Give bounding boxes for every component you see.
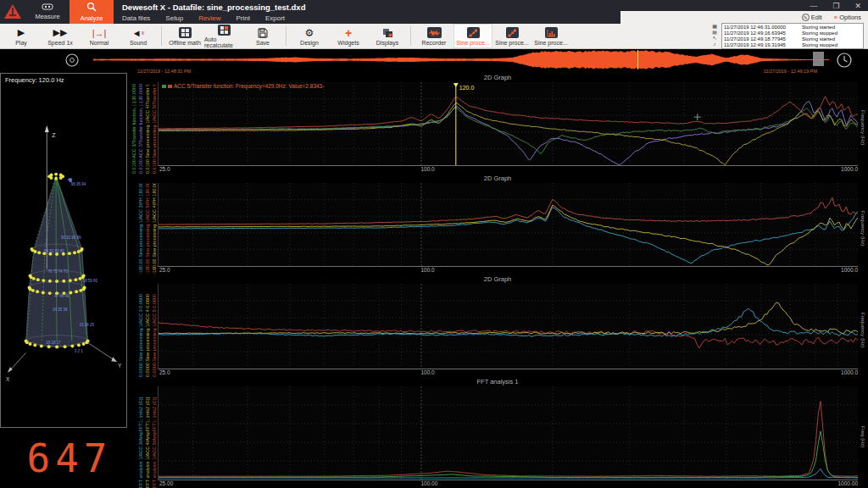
microphone-icon[interactable]: ♪ xyxy=(714,42,716,47)
analyze-mode-button[interactable]: Analyze xyxy=(70,0,114,24)
window-title: Dewesoft X - Datafile: sine_processing_t… xyxy=(122,3,305,12)
design-button[interactable]: ⚙Design xyxy=(290,24,329,48)
counter-widget: 647 xyxy=(0,428,127,488)
keyboard-icon[interactable]: ▦ xyxy=(712,24,717,30)
svg-text:Z: Z xyxy=(52,132,55,138)
log-entry[interactable]: 11/27/2019 12:49:19.31945Storing stopped xyxy=(724,42,861,48)
auto-recalculate-button[interactable]: Auto recalculate xyxy=(204,24,243,48)
notes-icon[interactable]: ▤ xyxy=(712,30,717,36)
x-tick-label: 1000.0 xyxy=(841,369,858,375)
timeline-scrollbar[interactable] xyxy=(813,52,824,66)
plot-area[interactable]: 120.0 ACC 5/Transfer function: Frequency… xyxy=(158,82,858,166)
x-tick-label: 25.0 xyxy=(159,369,170,375)
x-tick-label: 25.0 xyxy=(159,267,170,273)
options-button[interactable]: ≡ Options xyxy=(834,14,861,21)
graph-title: 2D Graph xyxy=(127,174,868,183)
dewesoft-app: Measure Analyze Dewesoft X - Datafile: s… xyxy=(0,0,868,488)
svg-text:34 35 36: 34 35 36 xyxy=(53,308,68,312)
x-axis: 25.0100.01000.0 xyxy=(158,267,858,274)
graph-panel-phase[interactable]: 2D Graph -180.00 Sine processing 1/ACC 3… xyxy=(127,174,868,274)
channel-labels: FFT analysis 1/ACC 3/AmpFFT1; [m/s2 (G)]… xyxy=(127,386,158,488)
fast-forward-icon: ▶▶ xyxy=(53,27,68,39)
y-axis-label: Frequency (Hz) xyxy=(858,284,868,377)
event-log-list[interactable]: 11/27/2019 12:46:31.00000Storing started… xyxy=(721,23,864,49)
svg-text:3 2 1: 3 2 1 xyxy=(75,349,83,353)
sound-button[interactable]: ◄xSound xyxy=(119,24,158,48)
graph-panel-transfer[interactable]: 2D Graph 0.0100 ACC 3/Transfer function,… xyxy=(127,73,868,174)
x-axis: 25.00100.001000.00 xyxy=(158,480,858,488)
camera-icon[interactable] xyxy=(64,52,81,69)
normal-button[interactable]: |→|Normal xyxy=(80,24,119,48)
speed-button[interactable]: ▶▶Speed 1x xyxy=(41,24,80,48)
x-tick-label: 100.0 xyxy=(420,166,434,172)
displays-icon xyxy=(382,27,393,39)
log-entry[interactable]: 11/27/2019 12:46:31.00000Storing started xyxy=(724,25,861,30)
clock-icon[interactable] xyxy=(836,52,853,69)
sine-processing-2-button[interactable]: Sine proce... xyxy=(492,24,531,48)
3d-structure-view[interactable]: ZXY96 95 9490 91 90 8984 82 83 8576 75 7… xyxy=(0,73,127,428)
plot-area[interactable] xyxy=(158,386,858,480)
widgets-button[interactable]: +Widgets xyxy=(329,24,368,48)
toolbar: ▶Play ▶▶Speed 1x |→|Normal ◄xSound Offli… xyxy=(0,24,868,49)
play-icon: ▶ xyxy=(18,27,25,39)
timeline-waveform[interactable] xyxy=(93,50,829,69)
timeline-strip[interactable]: 11/27/2019 - 12:48:31 PM 11/27/2019 - 12… xyxy=(0,49,868,73)
channel-label: 0.0000 Sine processing 1/ACC 5 0.0600 xyxy=(152,284,158,377)
log-type-icons: ▦ ▤ ↖ ♪ xyxy=(710,24,719,47)
play-button[interactable]: ▶Play xyxy=(2,24,41,48)
speaker-mute-icon: ◄x xyxy=(132,27,144,39)
close-button[interactable]: ✕ xyxy=(851,2,865,10)
channel-label: -180.00 Sine processing 1/ACC 4/PH 180.0… xyxy=(152,183,158,274)
maximize-button[interactable]: ❐ xyxy=(829,2,843,10)
menu-print[interactable]: Print xyxy=(236,14,250,22)
measure-icon xyxy=(42,3,53,12)
channel-labels: 0.0000 Sine processing 1/ACC 3 0.06000.0… xyxy=(127,284,158,377)
svg-text:Y: Y xyxy=(118,363,122,369)
channel-label: -180.00 Sine processing 1/ACC 5/PH 180.0… xyxy=(145,183,151,274)
frequency-counter: 647 xyxy=(26,435,112,481)
x-axis: 25.0100.01000.0 xyxy=(158,166,858,174)
displays-button[interactable]: Displays xyxy=(368,24,407,48)
menu-setup[interactable]: Setup xyxy=(165,14,183,22)
svg-text:58 59 60: 58 59 60 xyxy=(83,279,98,283)
sine-processing-3-button[interactable]: Sine proce... xyxy=(531,24,570,48)
graph-panel-fft[interactable]: FFT analysis 1 FFT analysis 1/ACC 3/AmpF… xyxy=(127,377,868,488)
calculator-refresh-icon xyxy=(218,24,231,36)
channel-label: 0.0100 ACC 7/Transfer function, [-] 30.0… xyxy=(138,82,144,174)
recorder-button[interactable]: Recorder xyxy=(415,24,453,48)
edit-options-bar: ✎Edit ≡ Options xyxy=(620,11,868,24)
menu-export[interactable]: Export xyxy=(265,14,285,22)
svg-text:90 91 90 89: 90 91 90 89 xyxy=(61,236,81,240)
y-axis-label: Frequency (Hz) xyxy=(858,82,868,174)
channel-label: 0.0100 Sine processing 1/ACC 4/Transfer … xyxy=(145,82,151,174)
main-menu: Data files Setup Review Print Export xyxy=(122,14,305,22)
graph-panel-amplitude[interactable]: 2D Graph 0.0000 Sine processing 1/ACC 3 … xyxy=(127,274,868,377)
channel-label: -180.00 Sine processing 1/ACC 3/PH 180.0… xyxy=(138,183,144,274)
svg-text:47 48 49: 47 48 49 xyxy=(54,294,70,298)
cursor-icon[interactable]: ↖ xyxy=(712,36,716,42)
svg-text:120.0: 120.0 xyxy=(459,85,475,91)
plot-area[interactable] xyxy=(158,284,858,369)
bar-chart-icon xyxy=(545,27,558,39)
recorder-icon xyxy=(427,27,442,39)
channel-marker-icon xyxy=(162,85,166,88)
plot-area[interactable] xyxy=(158,183,858,267)
sine-processing-icon xyxy=(467,27,480,39)
cursor-readout: ACC 5/Transfer function: Frequency=429.0… xyxy=(162,83,324,89)
measure-mode-button[interactable]: Measure xyxy=(25,0,70,24)
svg-text:96 95 94: 96 95 94 xyxy=(71,182,86,186)
offline-math-button[interactable]: Offline math xyxy=(165,24,204,48)
save-button[interactable]: Save xyxy=(243,24,282,48)
channel-label: 0.0100 Sine processing 1/ACC 5/Transfer … xyxy=(152,82,158,174)
menu-data-files[interactable]: Data files xyxy=(122,14,150,22)
log-entry[interactable]: 11/27/2019 12:49:16.63945Storing stopped xyxy=(724,30,861,36)
log-entry[interactable]: 11/27/2019 12:49:18.77945Storing started xyxy=(724,36,861,42)
sine-processing-1-button[interactable]: Sine proce... xyxy=(453,24,492,48)
y-axis-label: Frequency (Hz) xyxy=(858,183,868,274)
minimize-button[interactable]: — xyxy=(806,2,821,10)
edit-button[interactable]: ✎Edit xyxy=(802,14,822,21)
timeline-cursor[interactable] xyxy=(637,50,638,69)
menu-review[interactable]: Review xyxy=(198,14,220,22)
dewesoft-logo-icon xyxy=(0,0,25,24)
pencil-icon: ✎ xyxy=(802,14,810,21)
